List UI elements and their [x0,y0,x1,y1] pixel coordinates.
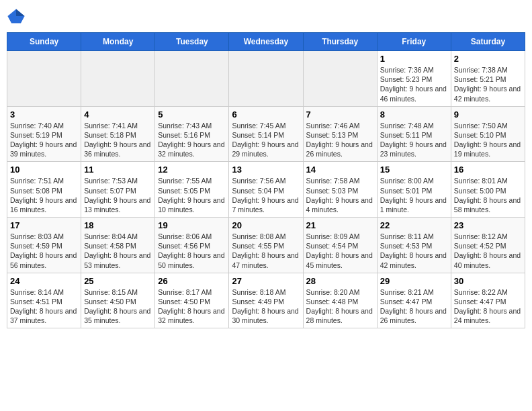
day-info: Sunrise: 8:01 AMSunset: 5:00 PMDaylight:… [454,176,522,214]
day-number: 7 [306,109,374,120]
calendar-cell: 4Sunrise: 7:41 AMSunset: 5:18 PMDaylight… [81,106,155,162]
calendar-cell: 5Sunrise: 7:43 AMSunset: 5:16 PMDaylight… [155,106,229,162]
day-number: 15 [380,165,448,175]
calendar-cell: 15Sunrise: 8:00 AMSunset: 5:01 PMDayligh… [377,162,451,218]
calendar-cell: 28Sunrise: 8:20 AMSunset: 4:48 PMDayligh… [303,273,377,328]
day-number: 11 [84,165,152,175]
day-number: 14 [306,165,374,175]
day-info: Sunrise: 7:36 AMSunset: 5:23 PMDaylight:… [380,65,448,103]
logo [7,7,28,26]
day-info: Sunrise: 7:58 AMSunset: 5:03 PMDaylight:… [306,176,374,214]
calendar-cell: 10Sunrise: 7:51 AMSunset: 5:08 PMDayligh… [7,162,81,218]
day-info: Sunrise: 7:51 AMSunset: 5:08 PMDaylight:… [10,176,78,214]
column-header-friday: Friday [377,33,451,51]
calendar-cell: 7Sunrise: 7:46 AMSunset: 5:13 PMDaylight… [303,106,377,162]
day-info: Sunrise: 7:50 AMSunset: 5:10 PMDaylight:… [454,121,522,159]
calendar-cell: 19Sunrise: 8:06 AMSunset: 4:56 PMDayligh… [155,218,229,273]
calendar-cell: 6Sunrise: 7:45 AMSunset: 5:14 PMDaylight… [229,106,303,162]
calendar-cell: 21Sunrise: 8:09 AMSunset: 4:54 PMDayligh… [303,218,377,273]
day-number: 19 [158,220,226,230]
day-number: 21 [306,220,374,230]
day-number: 8 [380,109,448,120]
day-info: Sunrise: 7:41 AMSunset: 5:18 PMDaylight:… [84,121,152,159]
day-info: Sunrise: 8:18 AMSunset: 4:49 PMDaylight:… [232,287,300,326]
day-info: Sunrise: 8:11 AMSunset: 4:53 PMDaylight:… [380,232,448,270]
day-number: 27 [232,276,300,286]
day-info: Sunrise: 7:55 AMSunset: 5:05 PMDaylight:… [158,176,226,214]
day-number: 25 [84,276,152,286]
day-info: Sunrise: 8:17 AMSunset: 4:50 PMDaylight:… [158,287,226,326]
calendar-cell: 20Sunrise: 8:08 AMSunset: 4:55 PMDayligh… [229,218,303,273]
calendar-week-2: 3Sunrise: 7:40 AMSunset: 5:19 PMDaylight… [7,106,525,162]
calendar-cell: 24Sunrise: 8:14 AMSunset: 4:51 PMDayligh… [7,273,81,328]
column-header-sunday: Sunday [7,33,81,51]
day-number: 5 [158,109,226,120]
day-number: 4 [84,109,152,120]
day-number: 20 [232,220,300,230]
day-number: 9 [454,109,522,120]
calendar-cell: 30Sunrise: 8:22 AMSunset: 4:47 PMDayligh… [451,273,525,328]
day-info: Sunrise: 8:04 AMSunset: 4:58 PMDaylight:… [84,232,152,270]
day-info: Sunrise: 7:46 AMSunset: 5:13 PMDaylight:… [306,121,374,159]
calendar-header: SundayMondayTuesdayWednesdayThursdayFrid… [7,33,525,51]
day-number: 26 [158,276,226,286]
calendar-cell [7,51,81,107]
calendar-cell: 1Sunrise: 7:36 AMSunset: 5:23 PMDaylight… [377,51,451,107]
day-number: 16 [454,165,522,175]
calendar-week-5: 24Sunrise: 8:14 AMSunset: 4:51 PMDayligh… [7,273,525,328]
day-info: Sunrise: 8:15 AMSunset: 4:50 PMDaylight:… [84,287,152,326]
calendar-cell [155,51,229,107]
calendar-cell: 23Sunrise: 8:12 AMSunset: 4:52 PMDayligh… [451,218,525,273]
day-number: 2 [454,54,522,64]
column-header-tuesday: Tuesday [155,33,229,51]
day-number: 17 [10,220,78,230]
calendar-cell: 25Sunrise: 8:15 AMSunset: 4:50 PMDayligh… [81,273,155,328]
calendar-cell: 26Sunrise: 8:17 AMSunset: 4:50 PMDayligh… [155,273,229,328]
day-info: Sunrise: 7:45 AMSunset: 5:14 PMDaylight:… [232,121,300,159]
calendar-cell: 11Sunrise: 7:53 AMSunset: 5:07 PMDayligh… [81,162,155,218]
calendar-cell: 2Sunrise: 7:38 AMSunset: 5:21 PMDaylight… [451,51,525,107]
day-info: Sunrise: 7:43 AMSunset: 5:16 PMDaylight:… [158,121,226,159]
day-number: 10 [10,165,78,175]
calendar-cell: 29Sunrise: 8:21 AMSunset: 4:47 PMDayligh… [377,273,451,328]
logo-icon [7,7,26,26]
day-number: 23 [454,220,522,230]
day-info: Sunrise: 8:21 AMSunset: 4:47 PMDaylight:… [380,287,448,326]
calendar-cell [229,51,303,107]
day-number: 29 [380,276,448,286]
day-number: 3 [10,109,78,120]
column-header-wednesday: Wednesday [229,33,303,51]
calendar-cell: 14Sunrise: 7:58 AMSunset: 5:03 PMDayligh… [303,162,377,218]
day-info: Sunrise: 8:20 AMSunset: 4:48 PMDaylight:… [306,287,374,326]
day-info: Sunrise: 8:03 AMSunset: 4:59 PMDaylight:… [10,232,78,270]
day-info: Sunrise: 8:12 AMSunset: 4:52 PMDaylight:… [454,232,522,270]
day-number: 13 [232,165,300,175]
day-number: 30 [454,276,522,286]
calendar-cell: 18Sunrise: 8:04 AMSunset: 4:58 PMDayligh… [81,218,155,273]
calendar-cell: 9Sunrise: 7:50 AMSunset: 5:10 PMDaylight… [451,106,525,162]
calendar-cell: 16Sunrise: 8:01 AMSunset: 5:00 PMDayligh… [451,162,525,218]
day-info: Sunrise: 7:38 AMSunset: 5:21 PMDaylight:… [454,65,522,103]
calendar-week-4: 17Sunrise: 8:03 AMSunset: 4:59 PMDayligh… [7,218,525,273]
day-info: Sunrise: 8:14 AMSunset: 4:51 PMDaylight:… [10,287,78,326]
day-info: Sunrise: 7:56 AMSunset: 5:04 PMDaylight:… [232,176,300,214]
calendar-cell: 3Sunrise: 7:40 AMSunset: 5:19 PMDaylight… [7,106,81,162]
calendar-cell: 8Sunrise: 7:48 AMSunset: 5:11 PMDaylight… [377,106,451,162]
day-number: 1 [380,54,448,64]
svg-marker-1 [16,9,25,17]
day-info: Sunrise: 7:53 AMSunset: 5:07 PMDaylight:… [84,176,152,214]
day-info: Sunrise: 7:40 AMSunset: 5:19 PMDaylight:… [10,121,78,159]
day-info: Sunrise: 8:22 AMSunset: 4:47 PMDaylight:… [454,287,522,326]
day-number: 24 [10,276,78,286]
calendar-week-1: 1Sunrise: 7:36 AMSunset: 5:23 PMDaylight… [7,51,525,107]
day-info: Sunrise: 8:06 AMSunset: 4:56 PMDaylight:… [158,232,226,270]
calendar-body: 1Sunrise: 7:36 AMSunset: 5:23 PMDaylight… [7,51,525,328]
day-info: Sunrise: 8:09 AMSunset: 4:54 PMDaylight:… [306,232,374,270]
day-info: Sunrise: 8:08 AMSunset: 4:55 PMDaylight:… [232,232,300,270]
calendar-cell: 17Sunrise: 8:03 AMSunset: 4:59 PMDayligh… [7,218,81,273]
page-header [7,7,525,26]
day-number: 18 [84,220,152,230]
day-info: Sunrise: 7:48 AMSunset: 5:11 PMDaylight:… [380,121,448,159]
calendar-cell: 13Sunrise: 7:56 AMSunset: 5:04 PMDayligh… [229,162,303,218]
day-number: 12 [158,165,226,175]
